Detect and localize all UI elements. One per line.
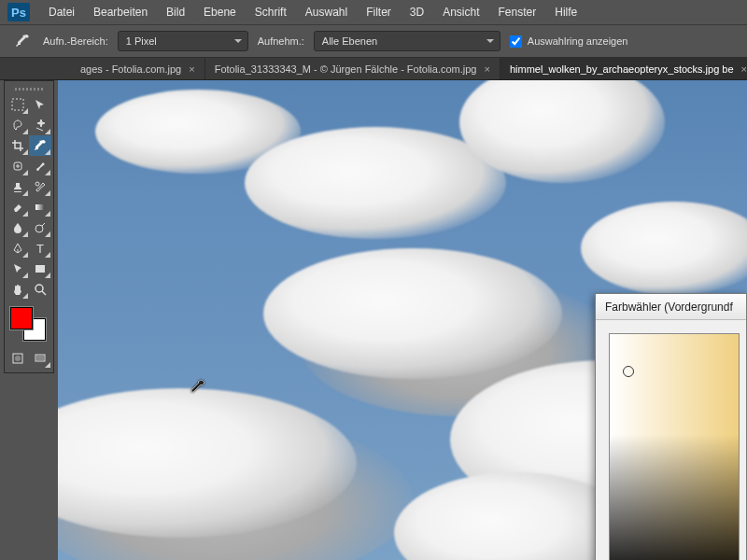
eyedropper-tool[interactable] [29,135,51,156]
sv-cursor[interactable] [623,366,634,377]
close-icon[interactable]: × [189,63,194,75]
pen-tool[interactable] [7,238,29,259]
show-ring-label: Auswahlring anzeigen [528,35,628,47]
lasso-tool[interactable] [7,115,29,135]
document-tab[interactable]: himmel_wolken_by_archaeopteryx_stocks.jp… [500,58,747,79]
svg-rect-6 [35,265,45,273]
type-tool[interactable]: T [29,238,51,259]
healing-tool[interactable] [7,156,29,176]
quickmask-toggle[interactable] [7,348,29,369]
sample-size-dropdown[interactable]: 1 Pixel [118,31,248,51]
workspace: T F [0,80,747,560]
app-logo: Ps [7,3,30,21]
eyedropper-icon [11,30,34,52]
color-picker-title: Farbwähler (Vordergrundf [596,294,746,320]
menubar: Ps Datei Bearbeiten Bild Ebene Schrift A… [0,0,747,24]
svg-rect-3 [35,204,45,210]
foreground-swatch[interactable] [10,307,33,329]
eraser-tool[interactable] [7,197,29,217]
menu-bild[interactable]: Bild [157,2,194,22]
svg-rect-11 [36,356,44,360]
menu-datei[interactable]: Datei [39,2,84,22]
menu-fenster[interactable]: Fenster [489,2,546,22]
eyedropper-cursor [189,379,205,396]
color-picker-dialog[interactable]: Farbwähler (Vordergrundf Nur Webfarben a… [595,293,747,560]
hand-tool[interactable] [7,279,29,300]
marquee-tool[interactable] [7,94,29,115]
svg-point-4 [35,225,43,232]
screenmode-toggle[interactable] [29,348,51,369]
options-bar: Aufn.-Bereich: 1 Pixel Aufnehm.: Alle Eb… [0,24,747,58]
move-tool[interactable] [29,94,51,115]
brush-tool[interactable] [29,156,51,176]
document-tab[interactable]: ages - Fotolia.com.jpg× [71,58,205,79]
menu-hilfe[interactable]: Hilfe [545,2,586,22]
show-ring-checkbox[interactable]: Auswahlring anzeigen [510,35,628,48]
menu-filter[interactable]: Filter [357,2,401,22]
svg-point-9 [15,356,21,361]
stamp-tool[interactable] [7,176,29,197]
menu-3d[interactable]: 3D [401,2,433,22]
toolbox-grip[interactable] [7,85,51,92]
close-icon[interactable]: × [484,63,489,75]
menu-auswahl[interactable]: Auswahl [296,2,357,22]
magic-wand-tool[interactable] [29,115,51,135]
svg-text:T: T [36,242,44,255]
toolbox: T [4,80,54,373]
gradient-tool[interactable] [29,197,51,217]
sample-from-label: Aufnehm.: [258,35,304,47]
crop-tool[interactable] [7,135,29,156]
path-select-tool[interactable] [7,259,29,279]
document-tab[interactable]: Fotolia_31333343_M - © Jürgen Fälchle - … [205,58,500,79]
tab-label: Fotolia_31333343_M - © Jürgen Fälchle - … [215,63,477,75]
blur-tool[interactable] [7,217,29,238]
history-brush-tool[interactable] [29,176,51,197]
dodge-tool[interactable] [29,217,51,238]
svg-point-7 [35,285,43,292]
tab-label: himmel_wolken_by_archaeopteryx_stocks.jp… [510,63,734,75]
document-tabstrip: ages - Fotolia.com.jpg× Fotolia_31333343… [0,58,747,80]
menu-schrift[interactable]: Schrift [246,2,296,22]
saturation-value-field[interactable] [609,333,740,560]
color-swatches[interactable] [7,305,53,344]
zoom-tool[interactable] [29,279,51,300]
menu-bearbeiten[interactable]: Bearbeiten [84,2,157,22]
rectangle-tool[interactable] [29,259,51,279]
tab-label: ages - Fotolia.com.jpg [80,63,181,75]
menu-ansicht[interactable]: Ansicht [433,2,488,22]
menu-ebene[interactable]: Ebene [194,2,246,22]
sample-size-label: Aufn.-Bereich: [43,35,108,47]
svg-point-2 [35,182,39,186]
show-ring-input[interactable] [510,35,522,48]
close-icon[interactable]: × [741,63,747,75]
sample-from-dropdown[interactable]: Alle Ebenen [314,31,500,51]
